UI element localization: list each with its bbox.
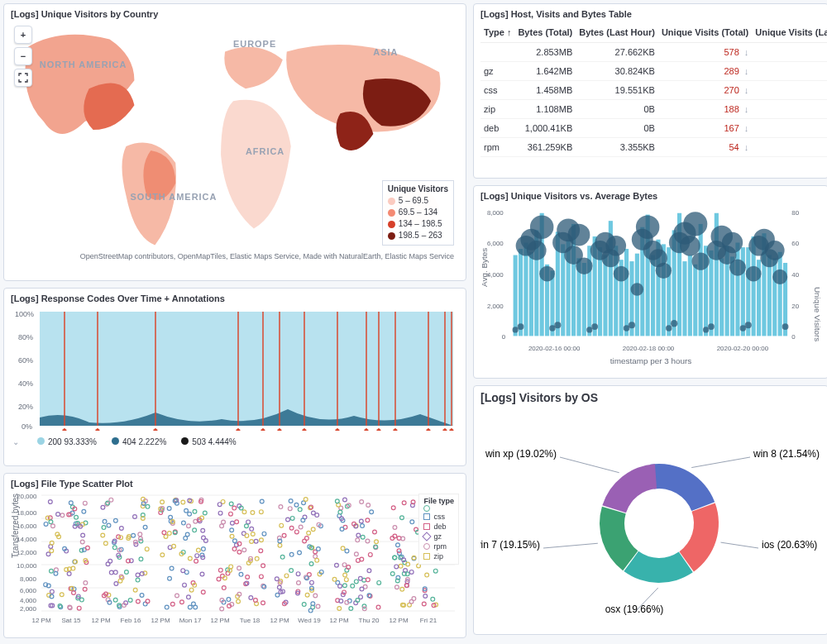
svg-rect-593 bbox=[603, 255, 607, 336]
svg-rect-576 bbox=[514, 255, 518, 336]
panel-title: [Logs] Response Codes Over Time + Annota… bbox=[11, 293, 459, 303]
svg-text:Feb 16: Feb 16 bbox=[121, 617, 141, 624]
svg-text:12 PM: 12 PM bbox=[389, 617, 408, 624]
continent-label-sa: SOUTH AMERICA bbox=[130, 192, 217, 202]
map-fit-button[interactable] bbox=[14, 69, 32, 87]
svg-rect-625 bbox=[772, 258, 777, 336]
svg-point-427 bbox=[354, 552, 358, 556]
svg-point-298 bbox=[251, 511, 255, 515]
donut-slice-win-xp[interactable] bbox=[602, 464, 657, 513]
donut-label: osx (19.66%) bbox=[605, 603, 664, 615]
scatter-chart[interactable]: Transferred bytes 20,00018,000 16,00014,… bbox=[11, 492, 459, 624]
table-row[interactable]: gz1.642MB30.824KB289↓4↓ bbox=[480, 62, 827, 81]
table-row[interactable]: css1.458MB19.551KB270↓3↓ bbox=[480, 81, 827, 100]
svg-point-469 bbox=[358, 576, 362, 580]
svg-point-662 bbox=[683, 212, 707, 236]
svg-point-628 bbox=[513, 327, 519, 332]
svg-point-361 bbox=[313, 555, 318, 559]
svg-point-650 bbox=[629, 322, 635, 328]
donut-label: win 7 (19.15%) bbox=[480, 539, 540, 551]
svg-point-289 bbox=[239, 572, 243, 576]
visits-table: TypeBytes (Total)Bytes (Last Hour)Unique… bbox=[480, 22, 827, 157]
svg-point-634 bbox=[539, 266, 555, 282]
svg-point-70 bbox=[60, 593, 64, 597]
table-header[interactable]: Unique Visits (Last Hour) bbox=[752, 22, 827, 43]
donut-chart[interactable]: win 8 (21.54%)ios (20.63%)osx (19.66%)wi… bbox=[480, 408, 821, 623]
svg-text:2020-02-19 00:00: 2020-02-19 00:00 bbox=[314, 430, 367, 431]
map-attribution: OpenStreetMap contributors, OpenMapTiles… bbox=[80, 252, 454, 260]
svg-point-333 bbox=[260, 499, 264, 503]
svg-text:per 4 hours: per 4 hours bbox=[230, 430, 263, 431]
svg-point-89 bbox=[80, 598, 84, 602]
continent-label-af: AFRICA bbox=[246, 146, 284, 156]
svg-point-143 bbox=[107, 523, 111, 527]
svg-point-328 bbox=[251, 532, 255, 537]
table-header[interactable]: Type bbox=[480, 22, 514, 43]
svg-point-454 bbox=[360, 500, 364, 504]
donut-slice-win-8[interactable] bbox=[650, 464, 715, 511]
map-legend: Unique Visitors 5 – 69.569.5 – 134134 – … bbox=[382, 180, 454, 246]
svg-point-188 bbox=[128, 599, 132, 603]
svg-point-396 bbox=[305, 593, 309, 597]
legend-item[interactable]: 200 93.333% bbox=[37, 437, 97, 446]
svg-text:2020-02-16 00:00: 2020-02-16 00:00 bbox=[108, 430, 161, 431]
svg-point-249 bbox=[192, 602, 196, 606]
svg-text:*: * bbox=[377, 428, 380, 431]
table-header[interactable]: Bytes (Total) bbox=[514, 22, 576, 43]
svg-point-325 bbox=[259, 549, 263, 553]
svg-point-679 bbox=[782, 323, 789, 330]
legend-item[interactable]: gz bbox=[423, 532, 454, 541]
svg-text:40%: 40% bbox=[18, 379, 33, 388]
map-zoom-out-button[interactable]: − bbox=[14, 47, 32, 65]
svg-point-344 bbox=[313, 594, 318, 598]
svg-point-642 bbox=[586, 327, 592, 332]
map-canvas[interactable]: + − NORTH AMERICA SOUTH AMERICA bbox=[11, 22, 459, 264]
map-legend-title: Unique Visitors bbox=[388, 184, 448, 193]
svg-point-331 bbox=[235, 520, 239, 524]
legend-item[interactable]: deb bbox=[423, 522, 454, 532]
svg-point-107 bbox=[82, 509, 86, 513]
table-row[interactable]: rpm361.259KB3.355KB54↓2↓ bbox=[480, 138, 827, 157]
svg-text:18,000: 18,000 bbox=[17, 509, 37, 517]
svg-point-342 bbox=[288, 507, 292, 511]
svg-point-304 bbox=[255, 556, 259, 561]
panel-title: [Logs] Unique Visitors by Country bbox=[11, 9, 459, 19]
svg-text:12,000: 12,000 bbox=[17, 549, 37, 556]
table-row[interactable]: zip1.108MB0B188↓0↓ bbox=[480, 100, 827, 119]
svg-point-306 bbox=[233, 539, 237, 543]
legend-item[interactable]: css bbox=[423, 512, 454, 522]
svg-point-640 bbox=[568, 224, 590, 246]
donut-slice-osx[interactable] bbox=[624, 551, 692, 583]
svg-text:12 PM: 12 PM bbox=[210, 617, 229, 624]
svg-point-62 bbox=[80, 540, 84, 544]
table-header[interactable]: Bytes (Last Hour) bbox=[576, 22, 658, 43]
response-codes-chart[interactable]: 100%80% 60%40% 20%0% ************** 2020… bbox=[11, 307, 459, 431]
legend-item[interactable]: 404 2.222% bbox=[112, 437, 166, 446]
legend-item[interactable]: zip bbox=[423, 551, 454, 561]
legend-item[interactable]: 503 4.444% bbox=[181, 437, 236, 446]
svg-text:2,000: 2,000 bbox=[487, 303, 504, 310]
chevron-down-icon[interactable]: ⌄ bbox=[12, 437, 19, 446]
table-header[interactable]: Unique Visits (Total) bbox=[658, 22, 752, 43]
map-zoom-in-button[interactable]: + bbox=[14, 26, 32, 44]
svg-point-71 bbox=[60, 513, 65, 518]
legend-item[interactable]: rpm bbox=[423, 541, 454, 551]
svg-point-673 bbox=[746, 266, 762, 282]
svg-point-293 bbox=[218, 503, 222, 507]
svg-text:40: 40 bbox=[791, 271, 799, 279]
table-row[interactable]: deb1,000.41KB0B167↓0↓ bbox=[480, 119, 827, 138]
svg-point-323 bbox=[259, 510, 263, 514]
uvb-chart[interactable]: Avg. Bytes Unique Visitors 8,0006,000 4,… bbox=[480, 204, 821, 366]
svg-point-103 bbox=[81, 533, 85, 537]
svg-point-437 bbox=[366, 578, 370, 582]
svg-point-208 bbox=[189, 588, 194, 592]
table-row[interactable]: 2.853MB27.662KB578↓6↓ bbox=[480, 43, 827, 62]
svg-text:2020-02-17 00:00: 2020-02-17 00:00 bbox=[177, 430, 230, 431]
svg-point-354 bbox=[275, 577, 279, 581]
svg-point-73 bbox=[49, 520, 53, 524]
svg-rect-602 bbox=[651, 255, 655, 336]
svg-text:12 PM: 12 PM bbox=[151, 617, 170, 624]
svg-point-404 bbox=[316, 547, 320, 551]
svg-point-285 bbox=[229, 512, 233, 516]
legend-item[interactable] bbox=[423, 505, 454, 512]
